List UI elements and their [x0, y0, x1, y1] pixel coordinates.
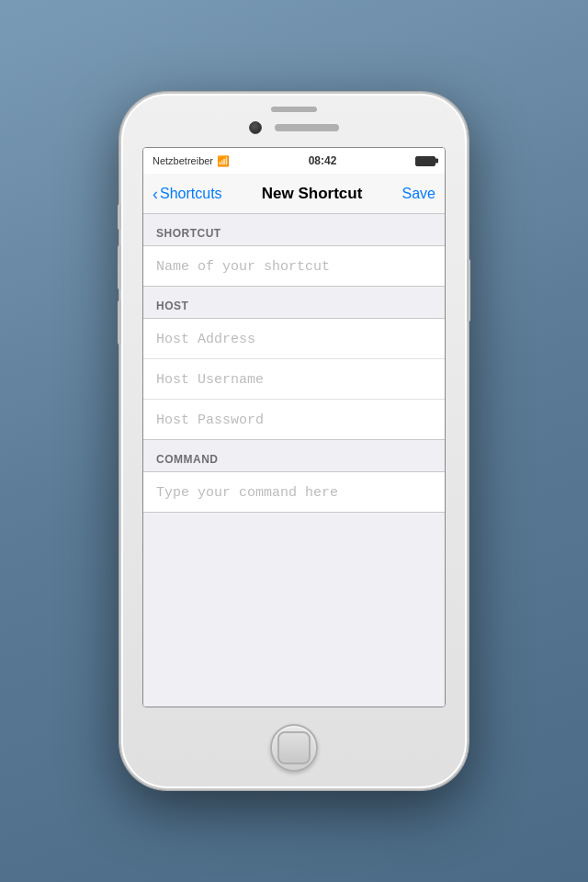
home-button-inner [277, 731, 311, 764]
volume-down-button[interactable] [118, 300, 121, 345]
front-camera [249, 121, 262, 134]
nav-bar: ‹ Shortcuts New Shortcut Save [143, 174, 445, 214]
status-bar: Netzbetreiber 📶 08:42 [143, 148, 445, 174]
host-password-input[interactable] [156, 413, 432, 428]
mute-button[interactable] [118, 204, 121, 230]
host-section-body [143, 318, 445, 440]
speaker-slot [271, 107, 317, 112]
back-arrow-icon: ‹ [153, 186, 158, 202]
status-right [415, 156, 435, 166]
power-button[interactable] [467, 259, 470, 322]
shortcut-section-body [143, 245, 445, 287]
volume-up-button[interactable] [118, 245, 121, 289]
host-section-header: HOST [143, 287, 445, 318]
home-button[interactable] [270, 724, 318, 772]
shortcut-name-input[interactable] [156, 259, 432, 275]
phone-device: Netzbetreiber 📶 08:42 ‹ Shortcuts New Sh… [119, 92, 469, 790]
back-label: Shortcuts [160, 186, 222, 202]
host-username-input[interactable] [156, 372, 432, 388]
status-time: 08:42 [309, 154, 337, 167]
status-left: Netzbetreiber 📶 [153, 155, 230, 167]
carrier-label: Netzbetreiber [153, 155, 213, 166]
shortcut-name-field[interactable] [143, 246, 445, 286]
camera-row [249, 121, 339, 134]
battery-icon [415, 156, 435, 166]
host-address-input[interactable] [156, 332, 432, 347]
save-button[interactable]: Save [402, 186, 435, 202]
form-content: SHORTCUT HOST COMMAND [143, 214, 445, 707]
host-username-field[interactable] [143, 359, 445, 400]
home-btn-area [121, 713, 467, 788]
command-section-body [143, 471, 445, 513]
shortcut-section-header: SHORTCUT [143, 214, 445, 245]
nav-title: New Shortcut [222, 185, 402, 203]
wifi-icon: 📶 [217, 155, 230, 167]
back-button[interactable]: ‹ Shortcuts [153, 186, 222, 202]
screen: Netzbetreiber 📶 08:42 ‹ Shortcuts New Sh… [142, 147, 446, 707]
host-address-field[interactable] [143, 319, 445, 359]
earpiece [275, 124, 339, 131]
section-footer [143, 513, 445, 531]
command-section-header: COMMAND [143, 440, 445, 471]
host-password-field[interactable] [143, 400, 445, 439]
command-field[interactable] [143, 472, 445, 512]
phone-top [121, 94, 467, 141]
command-input[interactable] [156, 485, 432, 501]
